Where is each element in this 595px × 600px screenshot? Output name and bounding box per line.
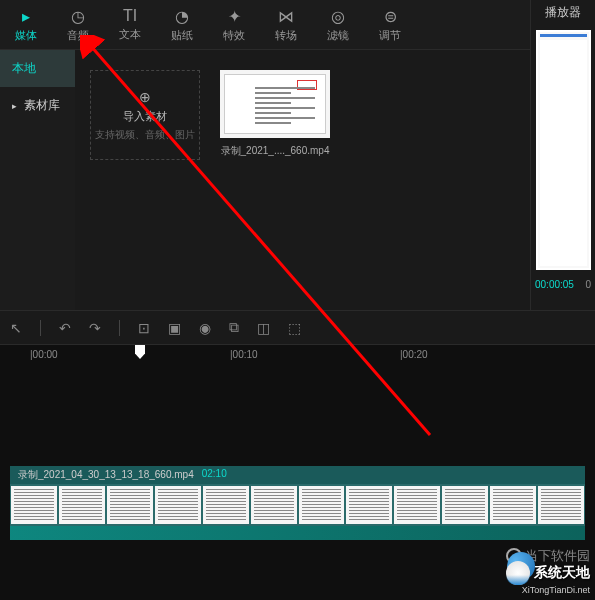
tab-label: 转场 [275,28,297,43]
tab-label: 音频 [67,28,89,43]
tab-label: 调节 [379,28,401,43]
logo-icon [506,561,530,585]
tab-transition[interactable]: ⋈ 转场 [260,0,312,49]
sticker-icon: ◔ [175,7,189,26]
audio-track[interactable] [10,526,585,540]
track-header[interactable]: 录制_2021_04_30_13_13_18_660.mp4 02:10 [10,466,585,484]
tab-label: 媒体 [15,28,37,43]
tab-label: 特效 [223,28,245,43]
tab-label: 贴纸 [171,28,193,43]
sidebar-label: 素材库 [24,98,60,112]
tab-filter[interactable]: ◎ 滤镜 [312,0,364,49]
text-icon: TI [123,7,137,25]
preview-panel: 播放器 00:00:05 0 [530,0,595,310]
transition-icon: ⋈ [278,7,294,26]
ruler-mark: |00:20 [400,349,428,360]
watermark-url: XiTongTianDi.net [506,585,590,595]
tab-label: 滤镜 [327,28,349,43]
timeline-tracks: 录制_2021_04_30_13_13_18_660.mp4 02:10 [10,466,585,540]
split-tool[interactable]: ⊡ [138,320,150,336]
divider [40,320,41,336]
current-time: 00:00:05 [535,279,574,290]
redo-button[interactable]: ↷ [89,320,101,336]
watermark: 当下软件园 系统天地 XiTongTianDi.net [506,561,590,595]
preview-title: 播放器 [531,0,595,25]
top-tabs: ▸ 媒体 ◷ 音频 TI 文本 ◔ 贴纸 ✦ 特效 ⋈ 转场 ◎ 滤镜 ⊜ 调节 [0,0,595,50]
import-title: 导入素材 [123,109,167,124]
media-item[interactable]: 录制_2021_...._660.mp4 [220,70,330,290]
sidebar: 本地 ▸ 素材库 [0,50,75,310]
sidebar-item-local[interactable]: 本地 [0,50,75,87]
crop2-tool[interactable]: ⬚ [288,320,301,336]
main-area: 本地 ▸ 素材库 ⊕ 导入素材 支持视频、音频、图片 [0,50,595,310]
playhead-handle [135,345,145,359]
total-time: 0 [585,279,591,290]
watermark-top-text: 当下软件园 [525,547,590,565]
divider [119,320,120,336]
pointer-tool[interactable]: ↖ [10,320,22,336]
watermark-name: 系统天地 [534,564,590,582]
crop-tool[interactable]: ▣ [168,320,181,336]
media-thumbnail [220,70,330,138]
ruler-mark: |00:00 [30,349,58,360]
tab-label: 文本 [119,27,141,42]
tab-text[interactable]: TI 文本 [104,0,156,49]
timeline-toolbar: ↖ ↶ ↷ ⊡ ▣ ◉ ⧉ ◫ ⬚ [0,310,595,345]
plus-icon: ⊕ [139,89,151,105]
speed-tool[interactable]: ◉ [199,320,211,336]
playhead[interactable] [135,345,145,359]
track-duration: 02:10 [202,468,227,482]
tab-effects[interactable]: ✦ 特效 [208,0,260,49]
ruler-mark: |00:10 [230,349,258,360]
media-filename: 录制_2021_...._660.mp4 [220,144,330,158]
track-filename: 录制_2021_04_30_13_13_18_660.mp4 [18,468,194,482]
sidebar-item-library[interactable]: ▸ 素材库 [0,87,75,124]
effects-icon: ✦ [228,7,241,26]
preview-viewport[interactable] [536,30,591,270]
media-icon: ▸ [22,7,30,26]
audio-icon: ◷ [71,7,85,26]
adjust-icon: ⊜ [384,7,397,26]
mirror-tool[interactable]: ⧉ [229,319,239,336]
media-content: ⊕ 导入素材 支持视频、音频、图片 录制_2021_...._660.mp4 [75,50,595,310]
tab-adjust[interactable]: ⊜ 调节 [364,0,416,49]
tab-media[interactable]: ▸ 媒体 [0,0,52,49]
import-button[interactable]: ⊕ 导入素材 支持视频、音频、图片 [90,70,200,160]
undo-button[interactable]: ↶ [59,320,71,336]
timeline-ruler[interactable]: |00:00 |00:10 |00:20 [0,345,595,367]
tab-audio[interactable]: ◷ 音频 [52,0,104,49]
sidebar-label: 本地 [12,61,36,75]
time-display: 00:00:05 0 [531,275,595,294]
chevron-right-icon: ▸ [12,101,17,111]
filter-icon: ◎ [331,7,345,26]
tab-sticker[interactable]: ◔ 贴纸 [156,0,208,49]
rotate-tool[interactable]: ◫ [257,320,270,336]
video-track[interactable] [10,484,585,526]
import-subtitle: 支持视频、音频、图片 [95,128,195,142]
